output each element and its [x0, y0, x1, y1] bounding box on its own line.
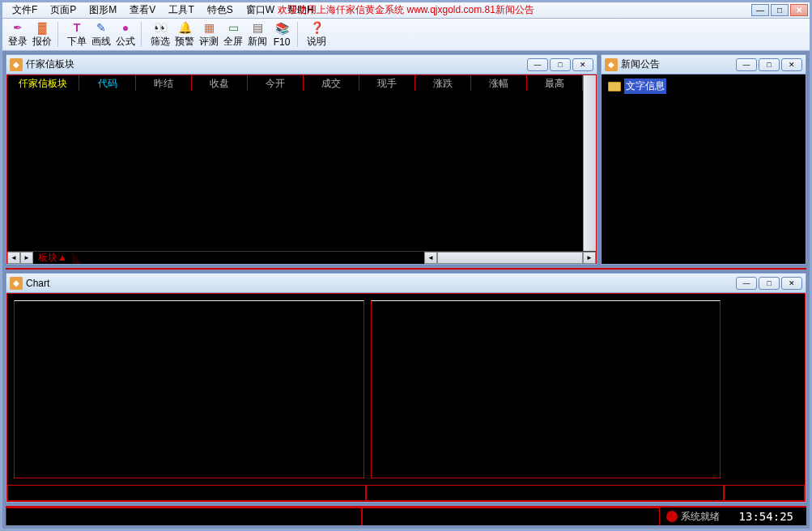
close-button[interactable]: ✕: [790, 4, 808, 16]
books-icon: 📚: [274, 21, 289, 36]
app-icon: ◆: [605, 58, 618, 71]
child-close-button[interactable]: ✕: [781, 277, 802, 290]
tool-news[interactable]: ▤新闻: [245, 19, 270, 50]
scroll-right-button[interactable]: ►: [20, 252, 33, 264]
top-row: ◆ 仟家信板块 — □ ✕ 仟家信板块 代码 昨结: [6, 54, 806, 265]
panel-news: ◆ 新闻公告 — □ ✕ 文字信息: [601, 54, 806, 265]
text-icon: T: [70, 20, 84, 34]
col-close[interactable]: 收盘: [192, 75, 248, 91]
tree-item-label: 文字信息: [624, 79, 666, 94]
tab-board[interactable]: 板块▲: [33, 251, 72, 265]
news-tree[interactable]: 文字信息: [602, 74, 806, 264]
menu-view[interactable]: 查看V: [123, 2, 162, 19]
col-change-pct[interactable]: 涨幅: [471, 75, 527, 91]
splitter-horizontal[interactable]: [6, 268, 806, 270]
status-bar: 系统就绪 13:54:25: [6, 506, 806, 525]
tab-scroll-row: ◄ ► 板块▲ ◄ ►: [7, 251, 596, 264]
status-text: 系统就绪: [681, 510, 720, 524]
menu-file[interactable]: 文件F: [6, 2, 44, 19]
chart-foot-right: [724, 485, 805, 501]
status-dot-icon: [666, 511, 678, 522]
panel-title: 新闻公告: [621, 57, 736, 71]
toolbar-separator: [297, 22, 301, 47]
status-segment: [362, 508, 659, 525]
tool-alert[interactable]: 🔔预警: [172, 19, 197, 50]
col-change[interactable]: 涨跌: [415, 75, 471, 91]
tool-f10[interactable]: 📚F10: [270, 19, 294, 50]
panel-chart: ◆ Chart — □ ✕: [6, 273, 806, 503]
child-minimize-button[interactable]: —: [736, 58, 757, 71]
menubar: 文件F 页面P 图形M 查看V 工具T 特色S 窗口W 帮助H 欢迎使用上海仟家…: [2, 2, 810, 19]
col-code[interactable]: 代码: [79, 75, 135, 91]
horizontal-scrollbar[interactable]: [437, 252, 583, 264]
tool-assess[interactable]: ▦评测: [197, 19, 221, 50]
menu-tools[interactable]: 工具T: [162, 2, 200, 19]
status-segment: [6, 508, 362, 525]
toolbar-separator: [57, 22, 62, 47]
pencil-icon: ✎: [94, 20, 108, 34]
bell-icon: 🔔: [177, 20, 192, 34]
child-close-button[interactable]: ✕: [572, 58, 593, 71]
main-window: 文件F 页面P 图形M 查看V 工具T 特色S 窗口W 帮助H 欢迎使用上海仟家…: [0, 0, 812, 531]
table-body[interactable]: [7, 91, 583, 251]
child-minimize-button[interactable]: —: [736, 277, 757, 290]
chart-row: [7, 294, 805, 485]
scroll-left-button[interactable]: ◄: [7, 252, 20, 264]
menu-special[interactable]: 特色S: [201, 2, 240, 19]
child-minimize-button[interactable]: —: [527, 58, 548, 71]
tree-item-text-info[interactable]: 文字信息: [603, 76, 804, 96]
child-maximize-button[interactable]: □: [759, 277, 780, 290]
chart-pane-right[interactable]: [724, 294, 805, 485]
tab-edge: [72, 252, 82, 264]
panel-title-bar[interactable]: ◆ 仟家信板块 — □ ✕: [6, 55, 597, 74]
menu-page[interactable]: 页面P: [44, 2, 83, 19]
panel-title: Chart: [26, 278, 736, 289]
chart-foot-center: [366, 485, 725, 501]
panel-title: 仟家信板块: [26, 57, 527, 71]
status-clock: 13:54:25: [726, 510, 806, 523]
col-high[interactable]: 最高: [527, 75, 583, 91]
panel-icon: ▦: [202, 20, 216, 34]
tool-login[interactable]: ✒登录: [6, 19, 30, 50]
tool-filter[interactable]: 👀筛选: [148, 19, 172, 50]
pen-icon: ✒: [11, 20, 25, 34]
news-icon: ▤: [250, 20, 265, 34]
child-maximize-button[interactable]: □: [759, 58, 780, 71]
app-icon: ◆: [10, 58, 23, 71]
table-header-row: 仟家信板块 代码 昨结 收盘 今开 成交 现手 涨跌 涨幅 最高: [7, 75, 583, 91]
app-icon: ◆: [10, 277, 23, 290]
chart-body: [6, 293, 806, 502]
col-current[interactable]: 现手: [359, 75, 415, 91]
maximize-button[interactable]: □: [771, 4, 789, 16]
menu-graphics[interactable]: 图形M: [83, 2, 123, 19]
tool-quote[interactable]: ▓报价: [30, 19, 54, 50]
col-open[interactable]: 今开: [248, 75, 304, 91]
chart-foot-row: [7, 485, 805, 501]
menu-window[interactable]: 窗口W: [240, 2, 281, 19]
col-volume[interactable]: 成交: [304, 75, 359, 91]
toolbar-separator: [141, 22, 145, 47]
col-board[interactable]: 仟家信板块: [7, 75, 79, 91]
grid-icon: ▓: [35, 20, 49, 34]
minimize-button[interactable]: —: [751, 4, 769, 16]
col-prev-settle[interactable]: 昨结: [136, 75, 192, 91]
folder-icon: [608, 82, 621, 91]
tool-order[interactable]: T下单: [65, 19, 89, 50]
hscroll-right-button[interactable]: ►: [583, 252, 596, 264]
child-close-button[interactable]: ✕: [781, 58, 802, 71]
panel-title-bar[interactable]: ◆ 新闻公告 — □ ✕: [602, 55, 806, 74]
panel-title-bar[interactable]: ◆ Chart — □ ✕: [6, 274, 806, 293]
tool-fullscreen[interactable]: ▭全屏: [221, 19, 245, 50]
chart-pane-center[interactable]: [371, 300, 721, 478]
circle-icon: ●: [118, 20, 133, 34]
hscroll-left-button[interactable]: ◄: [424, 252, 437, 264]
vertical-scrollbar[interactable]: [583, 75, 596, 251]
status-indicator: 系统就绪: [660, 510, 726, 524]
screen-icon: ▭: [226, 20, 240, 34]
panel-board-list: ◆ 仟家信板块 — □ ✕ 仟家信板块 代码 昨结: [6, 54, 597, 265]
chart-pane-left[interactable]: [14, 300, 364, 478]
tool-formula[interactable]: ●公式: [113, 19, 138, 50]
tool-drawline[interactable]: ✎画线: [89, 19, 113, 50]
tool-help[interactable]: ❓说明: [304, 19, 329, 50]
child-maximize-button[interactable]: □: [550, 58, 571, 71]
